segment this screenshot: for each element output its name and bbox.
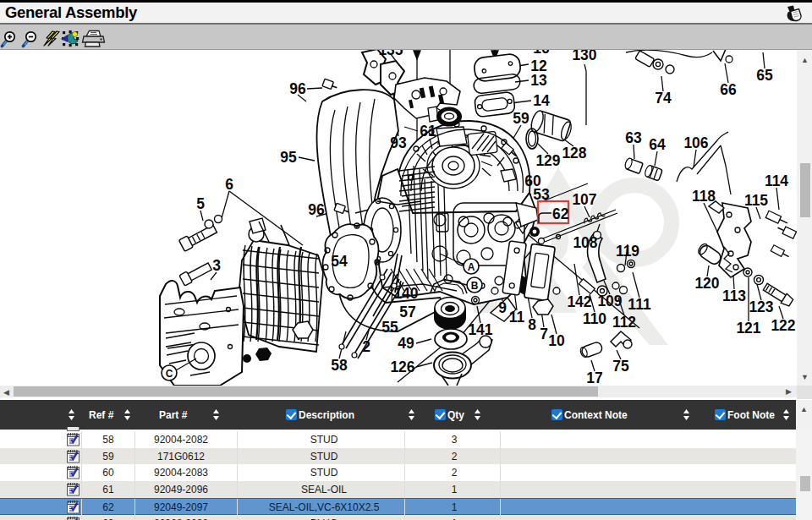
svg-text:123: 123 [749,298,773,315]
svg-text:65: 65 [756,67,773,84]
svg-text:59: 59 [513,110,529,127]
svg-text:B: B [471,280,479,292]
svg-text:49: 49 [398,335,414,352]
svg-text:110: 110 [583,310,606,327]
svg-text:95: 95 [280,149,297,166]
svg-text:C: C [166,368,173,380]
svg-text:113: 113 [722,287,746,304]
svg-text:129: 129 [535,152,560,169]
svg-text:74: 74 [655,90,672,107]
svg-text:3: 3 [212,257,221,274]
svg-text:13: 13 [530,72,547,89]
svg-text:112: 112 [612,314,636,331]
svg-text:64: 64 [649,136,666,153]
svg-text:96: 96 [289,80,306,97]
svg-text:111: 111 [628,296,651,313]
svg-text:2: 2 [362,338,370,355]
svg-text:109: 109 [597,293,622,309]
svg-text:9: 9 [498,299,507,316]
svg-text:17: 17 [586,369,602,386]
svg-text:119: 119 [616,243,639,260]
svg-text:11: 11 [509,309,525,326]
svg-text:96: 96 [308,201,325,218]
svg-text:118: 118 [692,188,716,205]
svg-text:115: 115 [744,192,768,209]
svg-text:93: 93 [390,134,407,151]
svg-text:140: 140 [393,285,418,302]
svg-text:7: 7 [540,326,548,342]
svg-text:126: 126 [390,359,414,375]
svg-text:58: 58 [331,357,348,374]
svg-text:14: 14 [533,92,550,109]
svg-text:141: 141 [468,321,492,338]
svg-text:107: 107 [572,191,596,208]
svg-text:66: 66 [720,81,737,98]
svg-text:128: 128 [562,145,586,161]
svg-text:5: 5 [196,195,205,212]
svg-text:54: 54 [331,253,348,270]
svg-text:114: 114 [765,172,788,189]
svg-text:62: 62 [552,205,569,222]
svg-text:122: 122 [771,317,795,334]
svg-text:57: 57 [399,304,415,320]
svg-text:8: 8 [528,316,536,333]
svg-text:142: 142 [567,293,591,310]
svg-text:108: 108 [573,234,597,251]
svg-text:10: 10 [548,332,565,349]
svg-text:120: 120 [694,275,719,292]
svg-text:63: 63 [625,129,642,146]
svg-text:61: 61 [420,123,436,140]
svg-text:6: 6 [225,176,233,193]
svg-text:75: 75 [612,358,629,375]
svg-text:106: 106 [683,134,708,151]
svg-text:121: 121 [736,320,760,337]
svg-text:55: 55 [381,319,398,336]
svg-text:A: A [468,261,475,273]
